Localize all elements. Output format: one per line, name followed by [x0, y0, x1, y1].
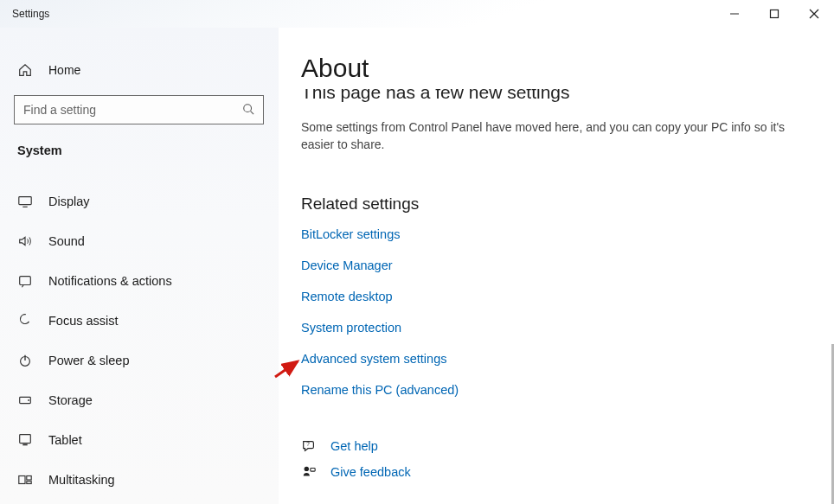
display-icon: [17, 194, 33, 209]
multitasking-icon: [17, 472, 33, 488]
svg-rect-1: [771, 10, 779, 18]
nav-focus-assist[interactable]: Focus assist: [0, 301, 278, 341]
power-icon: [17, 353, 33, 368]
svg-rect-15: [19, 476, 25, 484]
link-advanced-system-settings[interactable]: Advanced system settings: [301, 352, 808, 366]
get-help-label: Get help: [330, 439, 378, 453]
home-button[interactable]: Home: [0, 55, 278, 85]
svg-point-12: [28, 399, 29, 401]
focus-assist-icon: [17, 313, 33, 329]
nav-notifications[interactable]: Notifications & actions: [0, 261, 278, 301]
main-content: About This page has a few new settings S…: [279, 28, 834, 504]
svg-text:?: ?: [306, 442, 310, 448]
nav-label: Storage: [48, 393, 93, 407]
tablet-icon: [17, 432, 33, 448]
sidebar-nav: Display Sound Notifications & actions Fo…: [0, 182, 278, 500]
page-description: Some settings from Control Panel have mo…: [301, 119, 786, 153]
minimize-button[interactable]: [715, 0, 754, 28]
link-bitlocker[interactable]: BitLocker settings: [301, 227, 808, 241]
svg-line-5: [251, 111, 254, 114]
window-title: Settings: [12, 8, 49, 20]
close-button[interactable]: [794, 0, 834, 28]
home-label: Home: [48, 63, 80, 77]
nav-display[interactable]: Display: [0, 182, 278, 221]
svg-point-4: [244, 104, 252, 112]
storage-icon: [17, 392, 33, 408]
give-feedback-label: Give feedback: [330, 465, 411, 479]
get-help-link[interactable]: ? Get help: [301, 438, 808, 454]
page-subheading: This page has a few new settings: [301, 81, 808, 105]
nav-tablet[interactable]: Tablet: [0, 420, 278, 460]
search-input[interactable]: [14, 95, 264, 124]
related-settings-heading: Related settings: [301, 195, 808, 214]
nav-label: Notifications & actions: [48, 274, 172, 288]
link-remote-desktop[interactable]: Remote desktop: [301, 290, 808, 303]
svg-rect-17: [27, 482, 31, 484]
svg-rect-16: [27, 476, 31, 481]
nav-label: Display: [48, 195, 90, 208]
maximize-button[interactable]: [754, 0, 794, 28]
svg-point-19: [305, 467, 309, 471]
home-icon: [17, 62, 33, 78]
nav-label: Multitasking: [48, 473, 115, 487]
search-icon: [242, 103, 254, 118]
nav-multitasking[interactable]: Multitasking: [0, 460, 278, 500]
related-links: BitLocker settings Device Manager Remote…: [301, 227, 808, 397]
sound-icon: [17, 233, 33, 249]
chat-help-icon: ?: [301, 438, 317, 454]
nav-storage[interactable]: Storage: [0, 380, 278, 420]
svg-rect-20: [311, 469, 315, 472]
notifications-icon: [17, 273, 33, 289]
sidebar: Home System Display Sound: [0, 28, 279, 504]
titlebar: Settings: [0, 0, 834, 28]
link-rename-pc[interactable]: Rename this PC (advanced): [301, 383, 808, 397]
give-feedback-link[interactable]: Give feedback: [301, 464, 808, 480]
nav-power-sleep[interactable]: Power & sleep: [0, 341, 278, 380]
svg-rect-13: [20, 435, 31, 443]
nav-label: Power & sleep: [48, 354, 130, 367]
link-system-protection[interactable]: System protection: [301, 321, 808, 335]
category-heading: System: [0, 140, 278, 182]
svg-rect-14: [22, 444, 27, 446]
search-field[interactable]: [23, 103, 242, 117]
page-title: About: [301, 54, 808, 83]
nav-label: Focus assist: [48, 314, 119, 328]
svg-rect-6: [19, 197, 31, 205]
svg-rect-8: [20, 277, 31, 285]
nav-label: Tablet: [48, 433, 82, 447]
feedback-icon: [301, 464, 317, 480]
link-device-manager[interactable]: Device Manager: [301, 258, 808, 272]
nav-label: Sound: [48, 234, 85, 248]
nav-sound[interactable]: Sound: [0, 221, 278, 261]
